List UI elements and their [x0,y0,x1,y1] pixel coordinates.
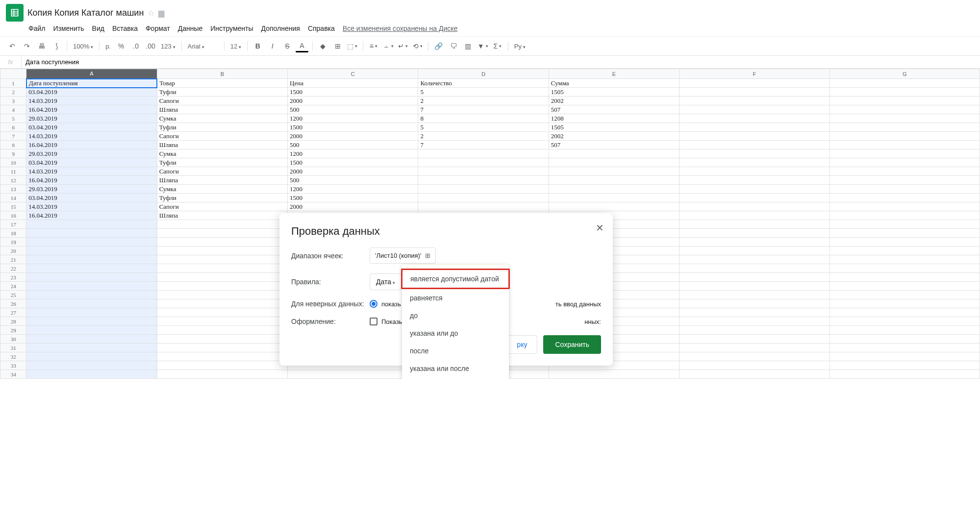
row-header[interactable]: 15 [0,202,26,211]
row-header[interactable]: 32 [0,352,26,361]
cell[interactable] [829,255,980,264]
cell[interactable] [679,255,829,264]
cell[interactable] [679,220,829,229]
cell[interactable] [829,264,980,273]
row-header[interactable]: 31 [0,344,26,352]
cell[interactable] [679,105,829,114]
cell[interactable]: 1500 [288,158,418,167]
cell[interactable]: 03.04.2019 [26,158,157,167]
cell[interactable]: Туфли [157,194,287,202]
col-header-G[interactable]: G [829,69,980,79]
col-header-D[interactable]: D [418,69,549,79]
fill-color-button[interactable]: ◆ [317,40,329,52]
menu-view[interactable]: Вид [92,25,104,32]
cell[interactable]: Шляпа [157,105,287,114]
grid-icon[interactable]: ⊞ [425,252,430,259]
cell[interactable] [679,273,829,282]
cell[interactable]: 1200 [288,185,418,194]
cell[interactable] [829,158,980,167]
cell[interactable]: 1505 [549,123,679,132]
cell[interactable] [418,194,549,202]
cell[interactable]: 14.03.2019 [26,202,157,211]
cell[interactable] [549,158,679,167]
document-title[interactable]: Копия Копия Каталог машин [27,8,144,18]
cell[interactable] [26,370,157,379]
cell[interactable] [418,158,549,167]
dd-item-after[interactable]: после [402,342,509,360]
cell[interactable] [679,167,829,176]
cell[interactable]: 1500 [288,194,418,202]
cell[interactable]: 500 [288,105,418,114]
cell[interactable] [679,229,829,238]
cell[interactable] [157,326,287,335]
cell[interactable] [157,291,287,299]
cell[interactable] [549,202,679,211]
cell[interactable] [418,149,549,158]
cell[interactable] [679,308,829,317]
menu-help[interactable]: Справка [308,25,335,32]
save-status[interactable]: Все изменения сохранены на Диске [343,25,458,32]
cell[interactable] [829,114,980,123]
cell[interactable] [679,344,829,352]
menu-format[interactable]: Формат [146,25,170,32]
cell[interactable] [829,326,980,335]
cell[interactable]: Шляпа [157,141,287,149]
cell[interactable] [679,79,829,88]
cell[interactable] [829,185,980,194]
bold-button[interactable]: B [251,40,264,52]
cell[interactable] [157,247,287,255]
cell[interactable] [679,88,829,97]
row-header[interactable]: 28 [0,317,26,326]
cell[interactable] [549,167,679,176]
cell[interactable] [829,211,980,220]
row-header[interactable]: 12 [0,176,26,185]
cell[interactable]: Сумка [157,114,287,123]
row-header[interactable]: 3 [0,97,26,105]
cell[interactable] [157,370,287,379]
cell[interactable]: Сумка [157,185,287,194]
row-header[interactable]: 33 [0,361,26,370]
cell[interactable] [26,344,157,352]
borders-button[interactable]: ⊞ [331,40,344,52]
cell[interactable] [26,255,157,264]
cell[interactable] [157,255,287,264]
row-header[interactable]: 23 [0,273,26,282]
cell[interactable] [679,114,829,123]
cell[interactable] [679,194,829,202]
menu-data[interactable]: Данные [178,25,203,32]
cell[interactable] [679,247,829,255]
cell[interactable] [829,97,980,105]
cell[interactable] [679,141,829,149]
cell[interactable] [829,308,980,317]
cell[interactable] [679,132,829,141]
row-header[interactable]: 20 [0,247,26,255]
cell[interactable] [829,370,980,379]
cell[interactable] [679,97,829,105]
formula-input[interactable] [22,56,980,68]
cell[interactable]: 1505 [549,88,679,97]
cell[interactable]: 1500 [288,123,418,132]
row-header[interactable]: 19 [0,238,26,247]
text-color-button[interactable]: A [296,40,308,52]
cell[interactable] [157,352,287,361]
row-header[interactable]: 29 [0,326,26,335]
cell[interactable] [679,317,829,326]
dd-item-before[interactable]: до [402,307,509,324]
cell[interactable] [157,238,287,247]
cell[interactable]: 7 [418,141,549,149]
cell[interactable]: Шляпа [157,176,287,185]
cell[interactable] [157,317,287,326]
cell[interactable]: 8 [418,114,549,123]
cell[interactable]: Сапоги [157,132,287,141]
currency-button[interactable]: р. [103,43,113,50]
menu-tools[interactable]: Инструменты [210,25,253,32]
cell[interactable] [679,176,829,185]
cell[interactable] [679,185,829,194]
cell[interactable]: 2000 [288,132,418,141]
save-button[interactable]: Сохранить [543,335,601,354]
cell[interactable]: 507 [549,105,679,114]
cell[interactable] [157,344,287,352]
cell[interactable] [26,220,157,229]
cell[interactable]: 14.03.2019 [26,167,157,176]
cell[interactable] [157,273,287,282]
